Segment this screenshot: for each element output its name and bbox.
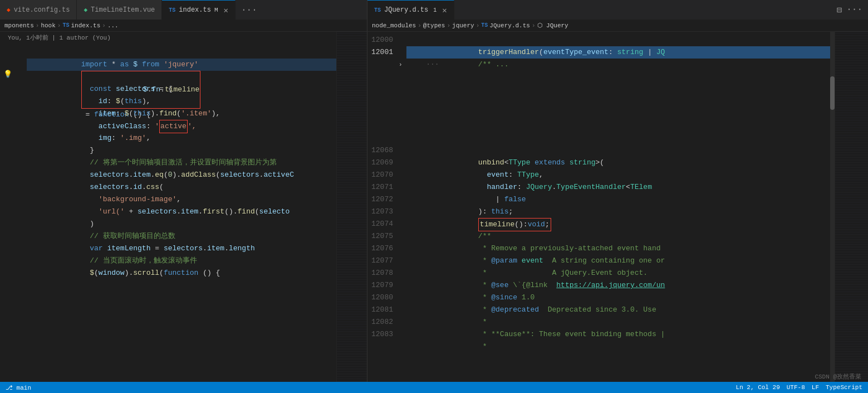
code-line [406,71,830,83]
code-line: unbind<TType extends string>( [406,144,830,157]
code-line [406,83,830,95]
tab-jquery-d-ts[interactable]: TS JQuery.d.ts 1 ✕ [367,0,454,20]
more-tabs-button[interactable]: ··· [236,5,263,15]
vue-icon: ◆ [84,6,87,13]
status-bar: ⎇ main Ln 2, Col 29 UTF-8 LF TypeScript [0,382,868,393]
more-actions-icon[interactable]: ··· [846,4,862,16]
modified-indicator: M [214,7,218,13]
line-ending-indicator: LF [812,384,819,391]
minimap-right [835,32,868,382]
code-line: triggerHandler(eventType_event: string |… [406,34,830,46]
breadcrumb-text: mponents [4,22,34,29]
tab-badge: 1 [433,7,437,13]
arrow-column: › [399,32,406,382]
code-area-left: import * as $ from 'jquery' $.fn.timelin… [27,32,336,382]
tab-label: JQuery.d.ts [384,6,428,14]
lightbulb-icon[interactable]: 💡 [3,70,12,79]
line-numbers-right: 12000 12001 12068 12069 12070 12071 1207… [367,32,399,382]
position-indicator: Ln 2, Col 29 [736,384,780,391]
minimap-left [336,32,367,382]
encoding-indicator: UTF-8 [787,384,805,391]
code-area-right: triggerHandler(eventType_event: string |… [406,32,830,382]
tab-vite-config[interactable]: ◆ vite.config.ts [0,0,77,20]
tab-label: index.ts [179,6,211,14]
vue-icon: ◆ [7,6,11,13]
tab-label: vite.config.ts [14,6,70,14]
tab-label: TimeLineItem.vue [91,6,155,14]
tab-index-ts[interactable]: TS index.ts M ✕ [162,0,236,20]
code-line [406,132,830,144]
branch-indicator: ⎇ main [6,384,31,391]
language-indicator: TypeScript [826,384,862,391]
git-blame: You, 1小时前 | 1 author (You) [6,33,113,42]
close-button[interactable]: ✕ [224,6,228,15]
code-line [406,95,830,108]
breadcrumb-right: node_modules › @types › jquery › TS JQue… [367,20,868,32]
ts-icon: TS [169,7,175,13]
split-editor-icon[interactable]: ⊟ [837,4,842,16]
status-right: Ln 2, Col 29 UTF-8 LF TypeScript [736,384,862,391]
code-line: import * as $ from 'jquery' [27,46,336,59]
code-line [406,120,830,132]
close-button[interactable]: ✕ [442,6,447,15]
ts-breadcrumb-icon: TS [62,22,69,28]
watermark: CSDN @孜然香菜 [815,372,861,381]
ts-icon: TS [374,7,381,13]
code-line [406,108,830,120]
ts-icon: TS [481,22,488,28]
breadcrumb-left: mponents › hook › TS index.ts › ... [0,20,367,32]
tab-timeline-item[interactable]: ◆ TimeLineItem.vue [77,0,162,20]
scrollbar-right[interactable] [830,32,835,382]
line-numbers-left [0,32,27,382]
